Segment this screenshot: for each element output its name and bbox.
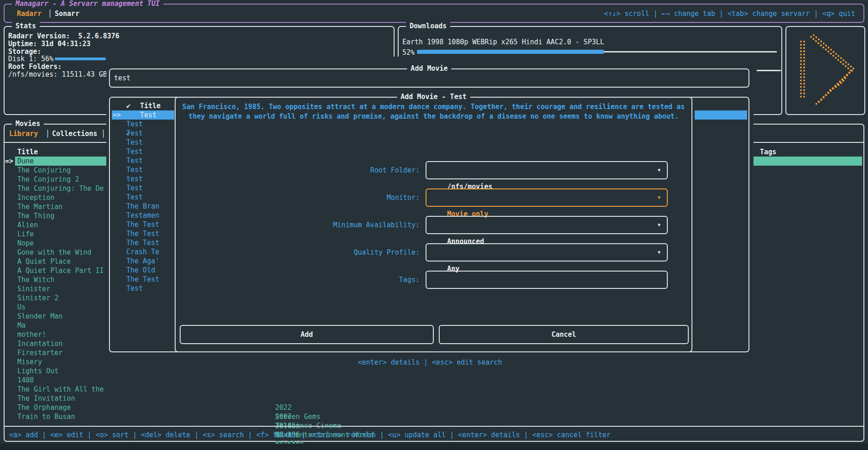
search-result-row[interactable]: The Aga' [113,256,174,266]
result-title: The Test [126,220,159,229]
movie-detail-row[interactable]: 2022 Screen Gems 1h 45m PG-13 English 1.… [250,394,385,403]
movie-list-item[interactable]: Alien [17,220,105,230]
tags-label: Tags: [180,271,420,289]
tab-radarr[interactable]: Radarr [17,10,42,18]
search-results-list: Test ✔ Test Test Test Test Test test [113,120,174,298]
movie-list-item[interactable]: Life [17,230,105,239]
cancel-button[interactable]: Cancel [439,325,689,344]
search-input-value[interactable]: test [114,73,130,83]
movie-list-item[interactable]: Sinister [17,284,105,293]
movie-list-item[interactable]: Inception [17,193,105,202]
movie-list-item[interactable]: A Quiet Place Part II [17,266,105,275]
search-result-row[interactable]: Test [113,147,174,156]
movie-list: The ConjuringThe Conjuring 2The Conjurin… [17,166,105,421]
search-result-row[interactable]: Test [113,165,174,174]
monitored-check-icon [113,211,126,220]
download-progress-fragment [757,70,781,71]
result-title: The Test [126,275,159,284]
monitored-check-icon [113,202,126,211]
monitor-label: Monitor: [180,188,420,207]
monitored-check-icon [113,165,126,174]
search-result-row[interactable]: Test [113,156,174,165]
movie-list-item[interactable]: Gone with the Wind [17,248,105,257]
root-folder-dropdown[interactable]: /nfs/movies ▼ [426,161,668,179]
dropdown-arrow-icon: ▼ [658,244,660,261]
movie-list-item[interactable]: Ma [17,321,105,330]
add-movie-help-text: <enter> details | <esc> edit search [106,358,754,367]
add-button[interactable]: Add [180,325,434,344]
movie-list-item[interactable]: The Invitation [17,394,105,403]
search-result-row[interactable]: Test [113,193,174,202]
result-title: Testamen [126,211,159,220]
tags-input[interactable] [426,271,668,289]
movies-header-title: Title [17,147,38,157]
results-header-title: Title [140,101,161,110]
movie-list-item[interactable]: Sinister 2 [17,293,105,303]
movie-list-item[interactable]: The Girl with All the [17,385,105,394]
movie-list-item[interactable]: The Conjuring 2 [17,175,105,184]
monitored-check-icon [113,238,126,247]
search-result-row[interactable]: Crash Te [113,247,174,256]
movie-list-item[interactable]: Incantation [17,339,105,348]
quality-profile-label: Quality Profile: [180,243,420,262]
movie-year: 2007 [275,412,313,421]
minimum-availability-dropdown[interactable]: Announced ▼ [426,216,668,234]
search-result-row[interactable]: The Test [113,229,174,238]
result-title: Test [126,156,143,165]
movie-list-item[interactable]: The Conjuring [17,166,105,175]
movie-list-item[interactable]: Slender Man [17,312,105,321]
movie-list-item[interactable]: Nope [17,239,105,248]
result-title: Test [126,138,143,147]
movie-list-item[interactable]: Train to Busan [17,412,105,421]
movie-list-item[interactable]: The Martian [17,202,105,211]
monitored-check-icon [113,120,126,129]
movie-list-item[interactable]: A Quiet Place [17,257,105,266]
result-title: Test [126,129,143,138]
selected-result-title[interactable]: Test [140,110,156,120]
result-title: Test [126,193,143,202]
dropdown-arrow-icon: ▼ [658,189,660,206]
movie-list-item[interactable]: The Thing [17,211,105,220]
download-item-name[interactable]: Earth 1998 1080p WEBRip x265 Hindi AAC2.… [402,37,604,47]
tab-library[interactable]: Library [9,129,38,138]
search-result-row[interactable]: The Bran [113,202,174,211]
search-result-row[interactable]: The Test [113,220,174,229]
top-bar: Managarr - A Servarr management TUI Rada… [4,4,864,23]
movie-list-item[interactable]: The Conjuring: The De [17,184,105,193]
search-result-row[interactable]: Test [113,120,174,129]
search-result-row[interactable]: The Test [113,238,174,247]
search-result-row[interactable]: Test [113,284,174,293]
movie-list-item[interactable]: Us [17,303,105,312]
search-result-row[interactable]: The Old [113,266,174,275]
search-result-row[interactable]: ✔ Test [113,129,174,138]
downloads-title: Downloads [406,22,450,30]
movie-details-rows: 2022 Screen Gems 1h 45m PG-13 English 1.… [250,394,385,421]
movie-list-item[interactable]: Lights Out [17,366,105,376]
movie-list-item[interactable]: The Orphanage [17,403,105,412]
tab-sonarr[interactable]: Sonarr [55,10,79,18]
monitored-check-icon [113,247,126,256]
selected-movie-title[interactable]: Dune [17,157,34,166]
monitored-check-icon [113,138,126,147]
add-movie-search-box[interactable]: Add Movie test [109,68,749,88]
movie-list-item[interactable]: 1408 [17,376,105,385]
monitored-check-icon [113,183,126,193]
search-result-row[interactable]: Test [113,138,174,147]
tab-collections[interactable]: Collections [52,129,97,138]
keybar-divider-line [5,426,863,427]
movie-list-item[interactable]: The Witch [17,275,105,284]
monitor-dropdown[interactable]: Movie only ▼ [426,188,668,207]
search-result-row[interactable]: The Test [113,275,174,284]
result-title: The Test [126,238,159,247]
movie-list-item[interactable]: Misery [17,357,105,366]
search-result-row[interactable]: Test [113,183,174,193]
download-progress-bar [417,50,777,54]
movie-list-item[interactable]: mother! [17,330,105,339]
search-result-row[interactable]: test [113,174,174,183]
result-title: The Old [126,266,155,275]
quality-profile-dropdown[interactable]: Any ▼ [426,243,668,262]
minimum-availability-label: Minimum Availability: [180,216,420,234]
managarr-logo [795,31,858,110]
movie-list-item[interactable]: Firestarter [17,348,105,357]
search-result-row[interactable]: Testamen [113,211,174,220]
